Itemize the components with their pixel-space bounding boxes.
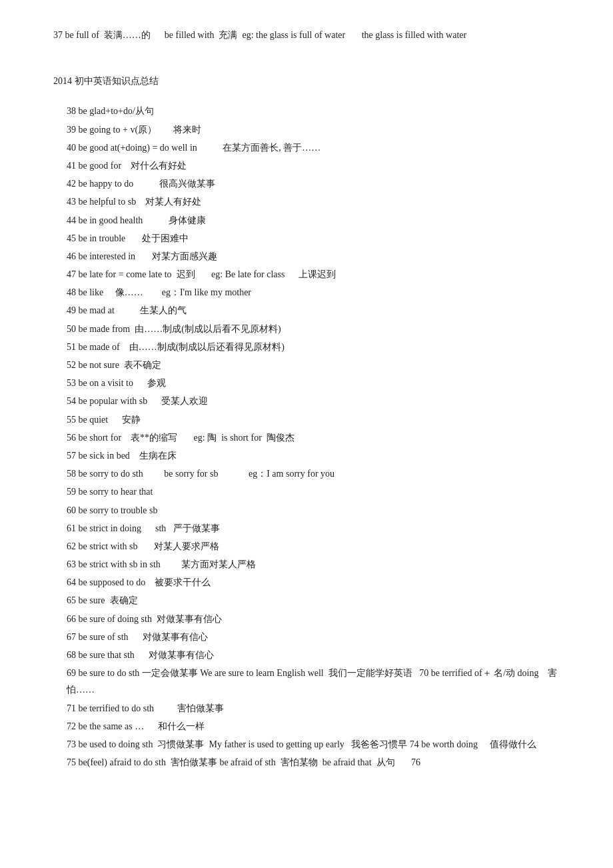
list-item: 66 be sure of doing sth 对做某事有信心 xyxy=(53,611,573,627)
list-item: 73 be used to doing sth 习惯做某事 My father … xyxy=(53,736,573,753)
list-item: 55 be quiet 安静 xyxy=(53,411,573,428)
list-item: 45 be in trouble 处于困难中 xyxy=(53,230,573,247)
list-item: 61 be strict in doing sth 严于做某事 xyxy=(53,520,573,537)
list-item: 51 be made of 由……制成(制成以后还看得见原材料) xyxy=(53,339,573,355)
list-item: 39 be going to + v(原） 将来时 xyxy=(53,121,573,138)
list-item: 62 be strict with sb 对某人要求严格 xyxy=(53,538,573,555)
main-content: 37 be full of 装满……的 be filled with 充满 eg… xyxy=(53,27,573,771)
intro-line: 37 be full of 装满……的 be filled with 充满 eg… xyxy=(53,27,573,43)
list-item: 68 be sure that sth 对做某事有信心 xyxy=(53,647,573,663)
list-item: 38 be glad+to+do/从句 xyxy=(53,103,573,119)
list-item: 43 be helpful to sb 对某人有好处 xyxy=(53,193,573,210)
list-item: 46 be interested in 对某方面感兴趣 xyxy=(53,248,573,265)
list-item: 53 be on a visit to 参观 xyxy=(53,375,573,391)
list-item: 56 be short for 表**的缩写 eg: 陶 is short fo… xyxy=(53,429,573,446)
list-item: 49 be mad at 生某人的气 xyxy=(53,302,573,319)
list-item: 47 be late for = come late to 迟到 eg: Be … xyxy=(53,266,573,283)
list-item: 58 be sorry to do sth be sorry for sb eg… xyxy=(53,465,573,482)
list-item: 48 be like 像…… eg：I'm like my mother xyxy=(53,284,573,301)
list-item: 44 be in good health 身体健康 xyxy=(53,212,573,229)
list-item: 69 be sure to do sth 一定会做某事 We are sure … xyxy=(53,665,573,698)
list-item: 54 be popular with sb 受某人欢迎 xyxy=(53,393,573,409)
list-item: 67 be sure of sth 对做某事有信心 xyxy=(53,629,573,645)
list-item: 72 be the same as … 和什么一样 xyxy=(53,718,573,735)
list-item: 50 be made from 由……制成(制成以后看不见原材料) xyxy=(53,321,573,337)
list-item: 64 be supposed to do 被要求干什么 xyxy=(53,574,573,591)
list-item: 41 be good for 对什么有好处 xyxy=(53,157,573,174)
list-item: 40 be good at(+doing) = do well in 在某方面善… xyxy=(53,139,573,156)
list-item: 75 be(feel) afraid to do sth 害怕做某事 be af… xyxy=(53,754,573,771)
items-list: 38 be glad+to+do/从句39 be going to + v(原）… xyxy=(53,103,573,771)
list-item: 71 be terrified to do sth 害怕做某事 xyxy=(53,700,573,717)
list-item: 63 be strict with sb in sth 某方面对某人严格 xyxy=(53,556,573,573)
list-item: 59 be sorry to hear that xyxy=(53,483,573,500)
list-item: 65 be sure 表确定 xyxy=(53,592,573,609)
list-item: 57 be sick in bed 生病在床 xyxy=(53,447,573,464)
list-item: 60 be sorry to trouble sb xyxy=(53,502,573,519)
list-item: 42 be happy to do 很高兴做某事 xyxy=(53,175,573,192)
list-item: 52 be not sure 表不确定 xyxy=(53,357,573,373)
section-title: 2014 初中英语知识点总结 xyxy=(53,73,573,89)
